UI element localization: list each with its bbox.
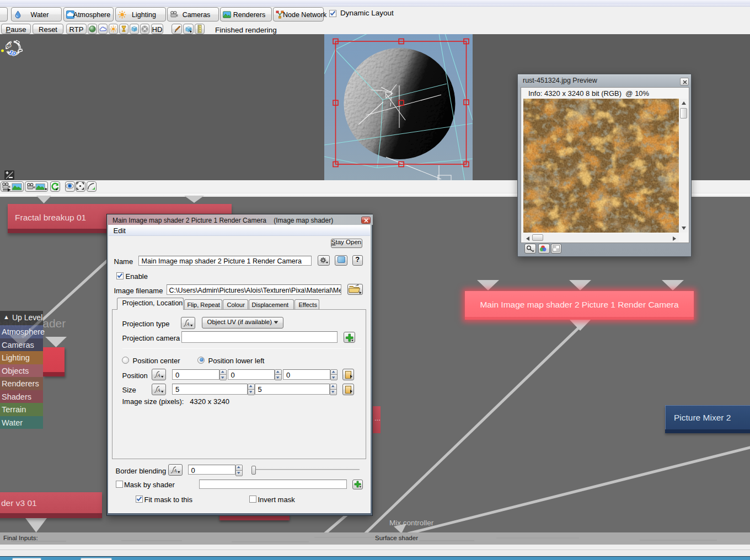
svg-text:10: 10 xyxy=(8,49,17,57)
svg-text:A: A xyxy=(173,468,177,473)
svg-text:A: A xyxy=(186,321,190,327)
svg-text:Mix controller: Mix controller xyxy=(389,519,434,527)
svg-text:A: A xyxy=(157,373,160,378)
svg-text:A: A xyxy=(157,387,160,393)
